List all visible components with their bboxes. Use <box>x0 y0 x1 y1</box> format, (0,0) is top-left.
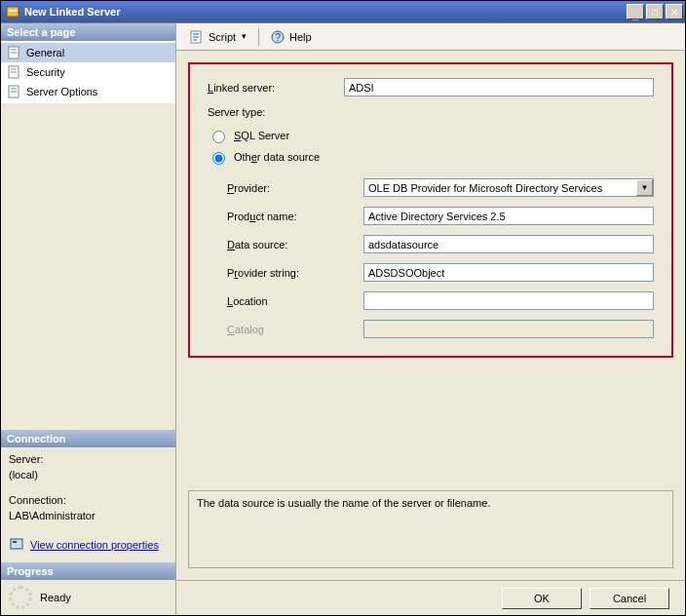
titlebar[interactable]: New Linked Server _ □ ✕ <box>1 1 685 22</box>
script-button[interactable]: Script ▼ <box>182 26 254 48</box>
data-source-label: Data source: <box>227 239 363 250</box>
window-buttons: _ □ ✕ <box>627 4 683 19</box>
server-label: Server: <box>9 453 168 465</box>
help-label: Help <box>289 31 312 43</box>
radio-other-label[interactable]: Other data source <box>234 151 320 163</box>
provider-label: Provider: <box>227 182 363 194</box>
cancel-button[interactable]: Cancel <box>590 588 669 609</box>
product-name-label: Product name: <box>227 211 363 222</box>
help-icon: ? <box>270 29 286 45</box>
form-highlight-area: LLinked server:inked server: Server type… <box>188 62 673 358</box>
server-type-label: Server type: <box>208 106 344 118</box>
properties-icon <box>9 537 24 553</box>
server-value: (local) <box>9 469 168 481</box>
dialog-buttons: OK Cancel <box>176 580 685 615</box>
spinner-icon <box>9 586 32 609</box>
maximize-button[interactable]: □ <box>646 4 664 19</box>
right-panel: Script ▼ ? Help LLinked server:inked ser… <box>176 23 685 615</box>
page-icon <box>7 45 22 60</box>
provider-string-label: Provider string: <box>227 267 363 279</box>
select-page-header: Select a page <box>1 23 175 41</box>
connection-label: Connection: <box>9 494 168 506</box>
minimize-button[interactable]: _ <box>627 4 644 19</box>
info-text: The data source is usually the name of t… <box>197 497 490 509</box>
nav-label: Server Options <box>26 86 97 97</box>
nav-label: General <box>26 47 64 58</box>
svg-rect-11 <box>11 539 22 549</box>
connection-info: Server: (local) Connection: LAB\Administ… <box>1 447 175 562</box>
help-button[interactable]: ? Help <box>263 26 319 48</box>
page-nav-list: General Security Server Options <box>1 41 175 103</box>
page-icon <box>7 64 22 80</box>
svg-rect-1 <box>9 10 17 12</box>
window-title: New Linked Server <box>24 6 627 18</box>
nav-security[interactable]: Security <box>1 62 175 82</box>
progress-header: Progress <box>1 562 175 580</box>
script-icon <box>189 29 205 45</box>
dialog-window: New Linked Server _ □ ✕ Select a page Ge… <box>0 0 686 616</box>
location-input[interactable] <box>363 291 654 310</box>
script-label: Script <box>209 31 236 43</box>
radio-sql-server[interactable] <box>212 131 225 143</box>
svg-rect-12 <box>13 541 17 543</box>
linked-server-label: LLinked server:inked server: <box>208 82 344 94</box>
progress-row: Ready <box>1 580 175 615</box>
toolbar-separator <box>258 28 259 46</box>
provider-dropdown[interactable]: OLE DB Provider for Microsoft Directory … <box>363 178 654 197</box>
connection-value: LAB\Administrator <box>9 510 168 521</box>
nav-general[interactable]: General <box>1 43 175 62</box>
close-button[interactable]: ✕ <box>666 4 683 19</box>
data-source-input[interactable] <box>363 235 654 253</box>
page-icon <box>7 84 22 99</box>
provider-string-input[interactable] <box>363 263 654 282</box>
app-icon <box>5 4 20 19</box>
radio-other-source[interactable] <box>212 152 225 165</box>
chevron-down-icon[interactable]: ▼ <box>636 179 653 196</box>
catalog-label: Catalog <box>227 324 363 335</box>
view-connection-properties-link[interactable]: View connection properties <box>30 539 159 551</box>
ok-button[interactable]: OK <box>502 588 582 609</box>
location-label: Location <box>227 295 363 307</box>
nav-label: Security <box>26 66 65 78</box>
provider-value: OLE DB Provider for Microsoft Directory … <box>368 182 602 194</box>
info-box: The data source is usually the name of t… <box>188 490 673 568</box>
chevron-down-icon: ▼ <box>240 32 248 41</box>
left-panel: Select a page General Security Server Op… <box>1 23 176 615</box>
nav-server-options[interactable]: Server Options <box>1 82 175 101</box>
catalog-input <box>363 320 654 338</box>
radio-sql-label[interactable]: SQL Server <box>234 130 289 141</box>
connection-header: Connection <box>1 430 175 447</box>
svg-text:?: ? <box>275 31 281 43</box>
product-name-input[interactable] <box>363 207 654 225</box>
progress-status: Ready <box>40 592 71 603</box>
toolbar: Script ▼ ? Help <box>176 23 685 51</box>
linked-server-input[interactable] <box>344 78 654 96</box>
